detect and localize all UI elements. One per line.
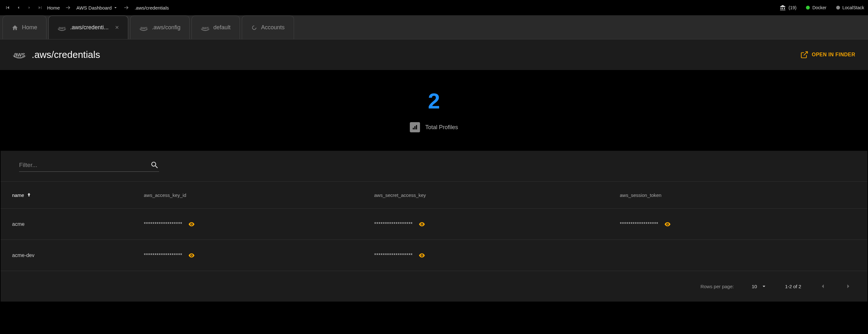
arrow-right-icon — [65, 4, 71, 11]
reveal-eye-icon[interactable] — [664, 221, 671, 228]
sort-asc-icon — [26, 192, 32, 198]
bar-chart-icon — [410, 122, 420, 132]
status-accounts[interactable]: (19) — [779, 4, 797, 11]
dropdown-icon — [761, 283, 767, 290]
tab-close-icon[interactable]: ✕ — [115, 25, 119, 31]
tab-config-label: .aws/config — [152, 24, 180, 31]
page-range: 1-2 of 2 — [785, 284, 801, 289]
tab-default-label: default — [214, 24, 231, 31]
reveal-eye-icon[interactable] — [188, 221, 195, 228]
status-docker[interactable]: Docker — [806, 5, 826, 10]
table-row[interactable]: acme************************************… — [1, 209, 867, 240]
tab-default-icon: aws — [201, 24, 209, 31]
arrow-right-icon — [123, 4, 129, 11]
tab-home[interactable]: Home — [3, 16, 46, 39]
reveal-eye-icon[interactable] — [188, 252, 195, 259]
cell-secret-key: ****************** — [363, 221, 608, 228]
tab-credentials[interactable]: aws.aws/credenti...✕ — [49, 16, 128, 39]
reveal-eye-icon[interactable] — [418, 221, 426, 228]
search-icon[interactable] — [150, 161, 159, 170]
page-header: aws .aws/credentials OPEN IN FINDER — [0, 39, 868, 70]
tab-accounts-icon — [251, 25, 257, 31]
nav-forward-icon[interactable] — [26, 4, 33, 11]
bank-icon — [779, 4, 786, 11]
tabs-row: Homeaws.aws/credenti...✕aws.aws/configaw… — [0, 15, 868, 39]
status-dot-green — [806, 6, 810, 9]
tab-accounts-label: Accounts — [261, 24, 285, 31]
tab-credentials-icon: aws — [58, 24, 66, 31]
breadcrumb-home[interactable]: Home — [47, 5, 60, 10]
tab-home-label: Home — [22, 24, 37, 31]
total-profiles-label: Total Profiles — [425, 124, 458, 131]
page-next-button[interactable] — [844, 282, 852, 290]
column-session-token[interactable]: aws_session_token — [608, 192, 867, 198]
breadcrumb-current: .aws/credentials — [134, 5, 169, 10]
rows-per-page-value: 10 — [751, 284, 757, 289]
top-nav-bar: Home AWS Dashboard .aws/credentials (19)… — [0, 0, 868, 15]
table-row[interactable]: acme-dev********************************… — [1, 240, 867, 271]
localstack-label: LocalStack — [842, 5, 864, 10]
filter-input[interactable] — [19, 161, 146, 169]
cell-secret-key: ****************** — [363, 252, 608, 259]
rows-per-page-select[interactable]: 10 — [751, 283, 767, 290]
open-in-finder-label: OPEN IN FINDER — [812, 52, 855, 58]
cell-name: acme-dev — [1, 252, 132, 258]
stats-band: 2 Total Profiles — [1, 70, 867, 151]
tab-accounts[interactable]: Accounts — [242, 16, 294, 39]
page-title: .aws/credentials — [32, 49, 100, 60]
aws-logo-icon: aws — [13, 51, 26, 58]
status-localstack[interactable]: LocalStack — [836, 5, 864, 10]
cell-session-token: ****************** — [608, 221, 867, 228]
open-in-finder-button[interactable]: OPEN IN FINDER — [800, 51, 855, 59]
open-external-icon — [800, 51, 808, 59]
accounts-count: (19) — [788, 5, 797, 10]
table-header-row: name aws_access_key_id aws_secret_access… — [1, 181, 867, 209]
column-name-label: name — [12, 192, 24, 198]
filter-row — [1, 151, 867, 181]
column-access-key[interactable]: aws_access_key_id — [132, 192, 363, 198]
profiles-table: name aws_access_key_id aws_secret_access… — [1, 181, 867, 271]
docker-label: Docker — [812, 5, 826, 10]
pagination-row: Rows per page: 10 1-2 of 2 — [1, 271, 867, 302]
reveal-eye-icon[interactable] — [418, 252, 426, 259]
column-name[interactable]: name — [1, 192, 132, 198]
column-secret-key[interactable]: aws_secret_access_key — [363, 192, 608, 198]
tab-credentials-label: .aws/credenti... — [70, 24, 108, 31]
nav-back-icon[interactable] — [14, 4, 22, 11]
cell-name: acme — [1, 221, 132, 227]
tab-home-icon — [12, 25, 18, 31]
tab-config[interactable]: aws.aws/config — [130, 16, 190, 39]
chevron-down-icon — [113, 5, 118, 10]
status-dot-gray — [836, 6, 840, 9]
tab-config-icon: aws — [140, 24, 148, 31]
total-profiles-count: 2 — [428, 88, 440, 113]
rows-per-page-label: Rows per page: — [700, 284, 734, 289]
cell-access-key: ****************** — [132, 252, 363, 259]
breadcrumb-dashboard[interactable]: AWS Dashboard — [76, 5, 118, 10]
breadcrumb-dashboard-label: AWS Dashboard — [76, 5, 112, 10]
tab-default[interactable]: awsdefault — [191, 16, 240, 39]
cell-access-key: ****************** — [132, 221, 363, 228]
nav-last-icon[interactable] — [36, 4, 44, 11]
page-prev-button[interactable] — [819, 282, 827, 290]
nav-first-icon[interactable] — [4, 4, 11, 11]
